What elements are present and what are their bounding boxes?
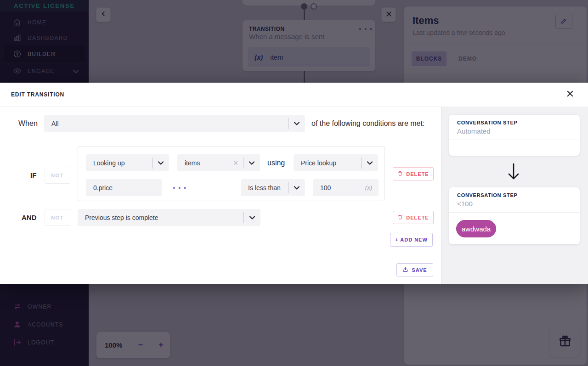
field-input[interactable]: 0.price xyxy=(86,179,162,196)
modal-close-button[interactable] xyxy=(563,88,577,101)
chevron-down-icon xyxy=(288,122,305,125)
modal-section-divider xyxy=(0,138,441,138)
if-label: IF xyxy=(30,167,36,184)
field-more-menu-icon[interactable]: ● ● ● xyxy=(173,186,187,190)
when-select-value: All xyxy=(44,120,288,127)
condition-2-select[interactable]: Previous step is complete xyxy=(78,209,260,226)
step-1-title: CONVERSATION STEP xyxy=(457,120,571,125)
modal-footer-divider xyxy=(0,256,441,256)
step-2-title: CONVERSATION STEP xyxy=(457,192,571,198)
close-icon xyxy=(566,90,574,100)
chevron-down-icon xyxy=(153,161,169,165)
trash-icon xyxy=(397,170,403,177)
modal-title: EDIT TRANSITION xyxy=(11,83,64,107)
trash-icon xyxy=(397,214,403,221)
conversation-step-card-1: CONVERSATION STEP Automated xyxy=(449,115,580,156)
step-1-subtitle: Automated xyxy=(457,127,571,135)
collection-select[interactable]: items ✕ xyxy=(177,154,260,171)
chevron-down-icon xyxy=(288,186,305,190)
flow-arrow-down-icon xyxy=(507,163,520,183)
modal-backdrop-top[interactable] xyxy=(0,0,588,83)
when-select[interactable]: All xyxy=(44,115,305,132)
method-select[interactable]: Price lookup xyxy=(294,154,378,171)
not-toggle-1[interactable]: NOT xyxy=(45,167,70,184)
modal-backdrop-bottom[interactable] xyxy=(0,284,588,366)
when-label: When xyxy=(18,115,38,132)
edit-transition-modal: EDIT TRANSITION When All of the followin… xyxy=(0,83,588,284)
using-label: using xyxy=(267,154,285,171)
conversation-step-card-2: CONVERSATION STEP <100 awdwada xyxy=(449,187,580,244)
chevron-down-icon xyxy=(362,161,378,165)
chevron-down-icon xyxy=(244,216,260,220)
not-toggle-2[interactable]: NOT xyxy=(45,209,70,226)
clear-selection-icon[interactable]: ✕ xyxy=(228,159,243,167)
add-new-condition-button[interactable]: + ADD NEW xyxy=(390,233,433,247)
when-suffix-label: of the following conditions are met: xyxy=(311,115,424,132)
delete-condition-1-button[interactable]: DELETE xyxy=(393,167,434,180)
operator-select[interactable]: Is less than xyxy=(241,179,305,196)
save-button[interactable]: SAVE xyxy=(396,263,433,276)
value-input[interactable]: 100 (x) xyxy=(313,179,379,196)
lookup-select[interactable]: Looking up xyxy=(86,154,169,171)
step-2-subtitle: <100 xyxy=(457,200,571,208)
and-label: AND xyxy=(22,209,37,226)
delete-condition-2-button[interactable]: DELETE xyxy=(393,211,434,224)
variable-icon: (x) xyxy=(365,184,379,191)
save-icon xyxy=(402,266,408,273)
quick-reply-button[interactable]: awdwada xyxy=(456,220,496,237)
condition-group: Looking up items ✕ using Price lookup xyxy=(78,146,385,201)
app-screen: TRANSITION ● ● ● When a message is sent … xyxy=(0,0,588,366)
chevron-down-icon xyxy=(243,161,260,165)
preview-panel: CONVERSATION STEP Automated CONVERSATION… xyxy=(441,107,588,284)
